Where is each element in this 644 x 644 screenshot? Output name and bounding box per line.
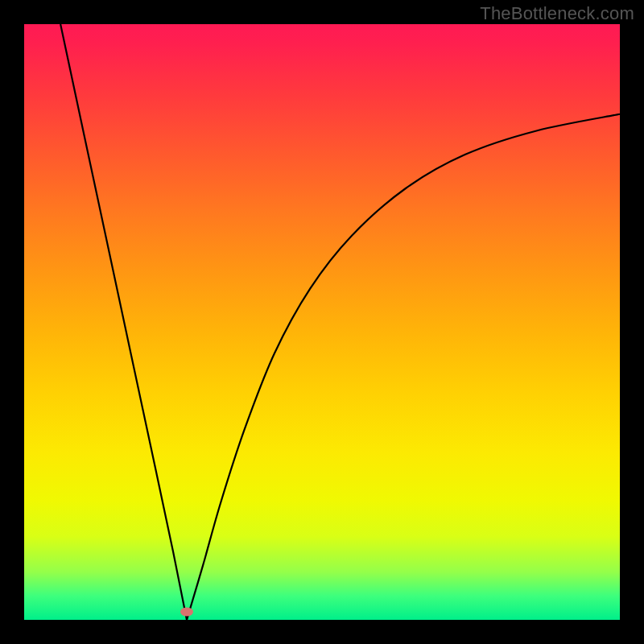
- optimal-point-marker: [180, 608, 193, 617]
- chart-frame: TheBottleneck.com: [0, 0, 644, 644]
- curve-path: [60, 24, 620, 620]
- bottleneck-curve: [24, 24, 620, 620]
- plot-area: [24, 24, 620, 620]
- watermark-text: TheBottleneck.com: [480, 3, 634, 24]
